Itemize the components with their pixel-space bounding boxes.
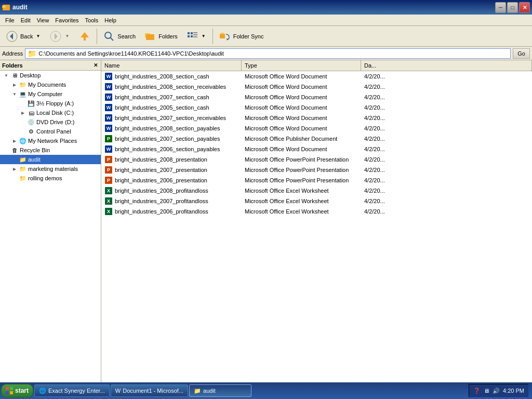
tree-item-localdisk[interactable]: ▶ 🖴 Local Disk (C:) (0, 108, 101, 117)
table-row[interactable]: Wbright_industries_2006_section_payables… (101, 144, 532, 154)
col-header-name[interactable]: Name (101, 60, 242, 71)
mynetwork-icon: 🌐 (19, 137, 27, 145)
expand-desktop-icon[interactable]: ▼ (2, 71, 10, 79)
svg-rect-24 (10, 387, 13, 390)
file-type-icon: P (104, 155, 113, 164)
file-date-cell: 4/2/20... (361, 166, 532, 174)
address-bar: Address 📁 Go (0, 47, 532, 60)
clock: 4:20 PM (503, 388, 524, 394)
tree-item-recyclebin[interactable]: ▶ 🗑 Recycle Bin (0, 145, 101, 155)
tree-item-audit[interactable]: ▶ 📁 audit (0, 155, 101, 164)
tree-label-controlpanel: Control Panel (36, 128, 71, 135)
file-date-cell: 4/2/20... (361, 104, 532, 111)
forward-arrow-icon[interactable]: ▼ (64, 34, 70, 38)
menu-view[interactable]: View (34, 16, 52, 24)
maximize-button[interactable]: □ (507, 2, 518, 13)
help-tray-icon: ❓ (473, 388, 481, 394)
start-button[interactable]: start (1, 384, 33, 397)
close-button[interactable]: ✕ (519, 2, 530, 13)
table-row[interactable]: Xbright_industries_2007_profitandlossMic… (101, 196, 532, 206)
start-label: start (15, 387, 29, 394)
view-button[interactable]: ▼ (182, 28, 210, 45)
minimize-button[interactable]: ─ (495, 2, 506, 13)
menu-help[interactable]: Help (101, 16, 119, 24)
title-bar: audit ─ □ ✕ (0, 0, 532, 15)
svg-rect-8 (84, 37, 86, 41)
tree-label-localdisk: Local Disk (C:) (36, 110, 74, 116)
address-input-container[interactable]: 📁 (25, 48, 511, 59)
file-date-cell: 4/2/20... (361, 156, 532, 163)
file-date-cell: 4/2/20... (361, 208, 532, 215)
expand-mynetwork-icon[interactable]: ▶ (10, 137, 19, 145)
file-name-cell: Wbright_industries_2007_section_receivab… (101, 113, 242, 123)
tree-item-rolling[interactable]: ▶ 📁 rolling demos (0, 174, 101, 183)
tree-label-mydocs: My Documents (28, 82, 66, 88)
tree-label-desktop: Desktop (20, 72, 41, 78)
back-label: Back (20, 33, 33, 39)
tree-label-audit: audit (28, 156, 41, 163)
col-header-type[interactable]: Type (242, 60, 361, 71)
tree-item-mynetwork[interactable]: ▶ 🌐 My Network Places (0, 136, 101, 145)
table-row[interactable]: Pbright_industries_2006_presentationMicr… (101, 175, 532, 185)
table-row[interactable]: Wbright_industries_2008_section_cashMicr… (101, 71, 532, 82)
folders-label: Folders (158, 33, 178, 39)
expand-mycomputer-icon[interactable]: ▼ (10, 90, 19, 98)
back-arrow-icon[interactable]: ▼ (35, 34, 41, 38)
table-row[interactable]: Xbright_industries_2006_profitandlossMic… (101, 206, 532, 217)
table-row[interactable]: Wbright_industries_2005_section_cashMicr… (101, 102, 532, 113)
menu-edit[interactable]: Edit (18, 16, 34, 24)
folders-button[interactable]: Folders (140, 28, 181, 45)
tree-item-desktop[interactable]: ▼ 🖥 Desktop (0, 71, 101, 80)
folder-tree-close-button[interactable]: ✕ (92, 62, 99, 68)
view-arrow-icon[interactable]: ▼ (201, 34, 207, 38)
tree-item-floppy[interactable]: ▶ 💾 3½ Floppy (A:) (0, 99, 101, 108)
tree-item-mydocs[interactable]: ▶ 📁 My Documents (0, 80, 101, 89)
expand-mydocs-icon[interactable]: ▶ (10, 81, 19, 89)
search-button[interactable]: Search (99, 28, 139, 45)
table-row[interactable]: Wbright_industries_2008_section_payables… (101, 123, 532, 134)
taskbar-btn-audit[interactable]: 📁 audit (189, 384, 251, 397)
table-row[interactable]: Pbright_industries_2007_presentationMicr… (101, 165, 532, 175)
up-button[interactable] (75, 28, 95, 45)
file-type-icon: W (104, 83, 113, 91)
folder-sync-icon (219, 30, 231, 43)
forward-button[interactable]: ▼ (46, 28, 74, 45)
expand-localdisk-icon[interactable]: ▶ (19, 109, 27, 117)
audit-taskbar-icon: 📁 (194, 388, 201, 394)
svg-marker-7 (81, 32, 89, 37)
taskbar-btn-synergy[interactable]: 🌐 Exact Synergy Enter... (34, 384, 110, 397)
tree-item-marketing[interactable]: ▶ 📁 marketing materials (0, 164, 101, 174)
file-list[interactable]: Name Type Da... Wbright_industries_2008_… (101, 60, 532, 382)
back-button[interactable]: Back ▼ (2, 28, 45, 45)
menu-favorites[interactable]: Favorites (52, 16, 82, 24)
audit-folder-icon: 📁 (19, 155, 27, 164)
file-date-cell: 4/2/20... (361, 197, 532, 205)
file-name-cell: Wbright_industries_2005_section_cash (101, 103, 242, 112)
file-type-cell: Microsoft Office Word Document (242, 83, 361, 90)
table-row[interactable]: Pbright_industries_2007_section_payables… (101, 134, 532, 144)
tree-item-dvd[interactable]: ▶ 💿 DVD Drive (D:) (0, 117, 101, 127)
go-button[interactable]: Go (513, 48, 530, 59)
table-row[interactable]: Wbright_industries_2007_section_receivab… (101, 113, 532, 123)
file-type-icon: P (104, 135, 113, 143)
expand-marketing-icon[interactable]: ▶ (10, 165, 19, 173)
table-row[interactable]: Wbright_industries_2008_section_receivab… (101, 82, 532, 92)
folder-sync-button[interactable]: Folder Sync (215, 28, 268, 45)
svg-rect-21 (221, 33, 224, 34)
tree-item-mycomputer[interactable]: ▼ 💻 My Computer (0, 89, 101, 99)
table-row[interactable]: Xbright_industries_2008_profitandlossMic… (101, 185, 532, 196)
expand-rolling-icon: ▶ (10, 174, 19, 182)
svg-rect-13 (188, 32, 190, 34)
file-type-icon: P (104, 166, 113, 174)
table-row[interactable]: Pbright_industries_2008_presentationMicr… (101, 154, 532, 165)
controlpanel-icon: ⚙ (27, 127, 35, 136)
address-input[interactable] (38, 50, 508, 57)
svg-rect-19 (193, 36, 197, 37)
menu-file[interactable]: File (2, 16, 18, 24)
table-row[interactable]: Wbright_industries_2007_section_cashMicr… (101, 92, 532, 102)
col-header-date[interactable]: Da... (361, 60, 532, 71)
window-title: audit (12, 4, 28, 11)
tree-item-controlpanel[interactable]: ▶ ⚙ Control Panel (0, 127, 101, 136)
taskbar-btn-word[interactable]: W Document1 - Microsof... (111, 384, 188, 397)
menu-tools[interactable]: Tools (82, 16, 102, 24)
